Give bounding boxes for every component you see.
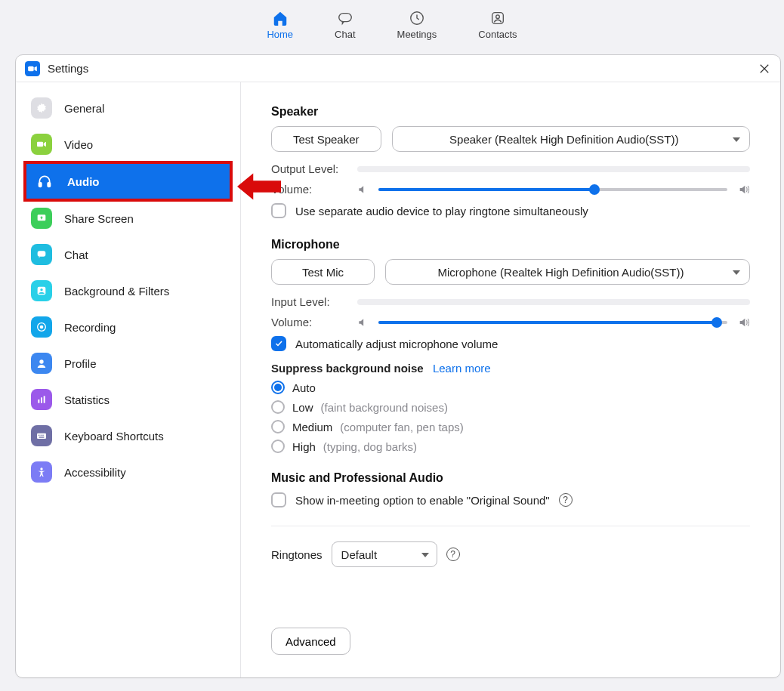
output-level-meter — [357, 166, 750, 172]
accessibility-icon — [31, 461, 52, 483]
svg-rect-22 — [41, 435, 42, 436]
gear-icon — [31, 97, 52, 119]
svg-rect-5 — [28, 66, 34, 71]
profile-icon — [31, 353, 52, 374]
sidebar-item-recording[interactable]: Recording — [16, 309, 240, 345]
headphones-icon — [34, 171, 55, 192]
svg-rect-19 — [44, 396, 45, 403]
sidebar-item-share-screen[interactable]: Share Screen — [16, 200, 240, 236]
speaker-device-select[interactable]: Speaker (Realtek High Definition Audio(S… — [392, 126, 750, 152]
separate-ringtone-device-checkbox[interactable] — [271, 203, 286, 218]
svg-point-13 — [40, 288, 42, 291]
advanced-button[interactable]: Advanced — [271, 628, 350, 655]
radio-indicator — [271, 400, 285, 414]
window-header: Settings — [16, 55, 780, 82]
auto-adjust-mic-label: Automatically adjust microphone volume — [295, 338, 498, 350]
speaker-volume-label: Volume: — [271, 183, 347, 196]
svg-rect-21 — [39, 435, 39, 436]
sidebar-item-label: Share Screen — [64, 212, 134, 225]
help-icon[interactable]: ? — [446, 548, 460, 561]
volume-low-icon — [357, 317, 368, 328]
topnav-label: Meetings — [397, 29, 437, 40]
svg-point-25 — [40, 467, 42, 470]
topnav-chat[interactable]: Chat — [335, 10, 355, 40]
svg-rect-8 — [39, 183, 42, 187]
sidebar-item-label: Accessibility — [64, 466, 126, 479]
mic-volume-slider[interactable] — [378, 321, 727, 324]
sidebar-item-chat[interactable]: Chat — [16, 236, 240, 273]
ringtone-selected: Default — [341, 548, 378, 561]
svg-rect-23 — [42, 435, 43, 436]
topnav-meetings[interactable]: Meetings — [397, 10, 437, 40]
topnav-home[interactable]: Home — [267, 10, 293, 40]
audio-settings-panel[interactable]: Speaker Test Speaker Speaker (Realtek Hi… — [241, 82, 780, 677]
section-divider — [271, 526, 750, 526]
radio-hint: (faint background noises) — [321, 401, 448, 414]
mic-device-select[interactable]: Microphone (Realtek High Definition Audi… — [385, 259, 750, 285]
svg-rect-11 — [38, 251, 46, 256]
separate-ringtone-device-label: Use separate audio device to play ringto… — [295, 205, 588, 217]
test-mic-button[interactable]: Test Mic — [271, 259, 375, 285]
sidebar-item-label: Keyboard Shortcuts — [64, 430, 164, 443]
output-level-label: Output Level: — [271, 162, 347, 175]
sidebar-item-video[interactable]: Video — [16, 126, 240, 162]
topnav-contacts[interactable]: Contacts — [478, 10, 517, 40]
input-level-meter — [357, 299, 750, 305]
suppress-option-medium[interactable]: Medium (computer fan, pen taps) — [271, 420, 750, 433]
sidebar-item-general[interactable]: General — [16, 90, 240, 126]
radio-label: Low — [292, 401, 313, 414]
svg-point-15 — [40, 325, 44, 329]
music-audio-heading: Music and Professional Audio — [271, 471, 750, 485]
svg-rect-0 — [339, 13, 352, 21]
sidebar-item-label: General — [64, 102, 104, 115]
suppress-noise-heading: Suppress background noise — [271, 362, 424, 375]
topnav-label: Chat — [335, 29, 355, 40]
close-icon[interactable] — [758, 62, 771, 76]
video-icon — [31, 134, 52, 155]
learn-more-link[interactable]: Learn more — [433, 362, 491, 375]
highlight-arrow-icon — [237, 173, 281, 200]
chat-bubble-icon — [337, 10, 353, 26]
sidebar-item-audio[interactable]: Audio — [23, 161, 233, 202]
radio-label: Auto — [292, 381, 316, 394]
screen-share-icon — [31, 208, 52, 229]
svg-rect-7 — [37, 142, 43, 147]
sidebar-item-statistics[interactable]: Statistics — [16, 381, 240, 418]
sidebar-item-label: Video — [64, 138, 93, 151]
zoom-app-icon — [25, 61, 40, 76]
volume-high-icon — [738, 316, 750, 329]
radio-label: Medium — [292, 421, 332, 433]
suppress-noise-radio-group: Auto Low (faint background noises) Mediu… — [271, 381, 750, 453]
svg-rect-9 — [48, 183, 50, 187]
speaker-device-selected: Speaker (Realtek High Definition Audio(S… — [449, 133, 678, 146]
suppress-option-auto[interactable]: Auto — [271, 381, 750, 394]
suppress-option-low[interactable]: Low (faint background noises) — [271, 400, 750, 414]
auto-adjust-mic-checkbox[interactable] — [271, 336, 286, 351]
sidebar-item-accessibility[interactable]: Accessibility — [16, 454, 240, 490]
ringtones-label: Ringtones — [271, 548, 323, 561]
sidebar-item-keyboard-shortcuts[interactable]: Keyboard Shortcuts — [16, 418, 240, 454]
sidebar-item-label: Background & Filters — [64, 285, 169, 298]
test-speaker-button[interactable]: Test Speaker — [271, 126, 381, 152]
original-sound-checkbox[interactable] — [271, 492, 286, 507]
sidebar-item-label: Audio — [67, 175, 100, 188]
speaker-volume-slider[interactable] — [378, 188, 727, 191]
svg-rect-20 — [37, 433, 46, 439]
top-nav: Home Chat Meetings Contacts — [0, 0, 784, 49]
ringtone-select[interactable]: Default — [332, 541, 437, 567]
contacts-icon — [489, 10, 506, 26]
microphone-heading: Microphone — [271, 238, 750, 251]
input-level-label: Input Level: — [271, 295, 347, 308]
truncated-content-row: . — [271, 582, 750, 597]
chat-icon — [31, 244, 52, 265]
radio-hint: (typing, dog barks) — [323, 440, 417, 453]
radio-indicator — [271, 381, 285, 394]
clock-icon — [409, 10, 425, 26]
help-icon[interactable]: ? — [559, 493, 573, 507]
settings-window: Settings General Video Audi — [15, 54, 781, 678]
suppress-option-high[interactable]: High (typing, dog barks) — [271, 440, 750, 453]
volume-high-icon — [738, 184, 750, 196]
sidebar-item-profile[interactable]: Profile — [16, 345, 240, 381]
sidebar-item-background-filters[interactable]: Background & Filters — [16, 273, 240, 309]
svg-point-3 — [496, 14, 500, 18]
